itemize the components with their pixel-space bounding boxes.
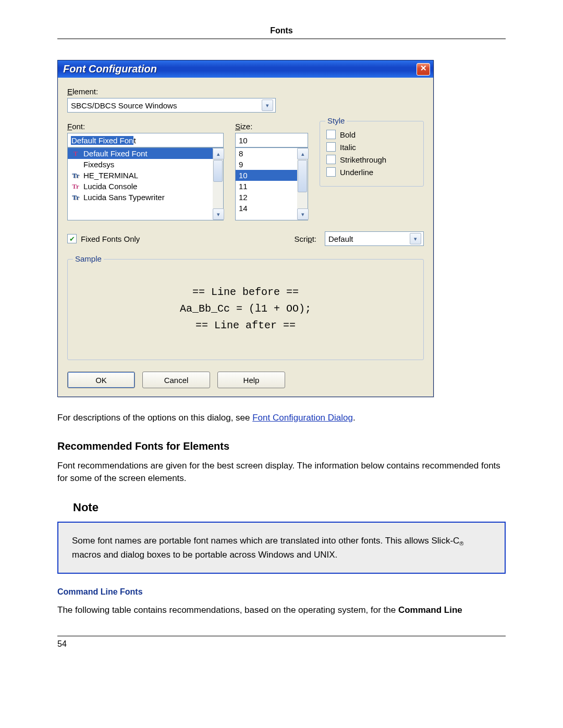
size-item-label: 9 — [239, 160, 243, 169]
style-legend: Style — [325, 116, 347, 125]
checkbox-icon — [326, 130, 336, 139]
chevron-down-icon: ▾ — [414, 236, 417, 242]
titlebar[interactable]: Font Configuration ✕ — [58, 60, 433, 78]
strikethrough-checkbox[interactable]: Strikethrough — [326, 155, 417, 164]
body-paragraph: The following table contains recommendat… — [57, 604, 506, 617]
recommended-fonts-heading: Recommended Fonts for Elements — [57, 440, 506, 452]
size-item[interactable]: 14 — [236, 203, 297, 214]
scroll-up-button[interactable]: ▴ — [213, 148, 224, 159]
chevron-down-icon: ▾ — [266, 103, 269, 108]
font-item-lucida-console[interactable]: TrLucida Console — [68, 181, 213, 192]
checkbox-label: Underline — [340, 168, 373, 177]
checkbox-label: Italic — [340, 143, 356, 152]
button-label: OK — [95, 376, 107, 385]
truetype-icon: Tr — [71, 182, 80, 191]
chevron-down-icon: ▾ — [301, 212, 304, 217]
page-footer: 54 — [57, 636, 506, 649]
checkbox-label: Bold — [340, 130, 356, 139]
size-item-label: 11 — [239, 182, 248, 191]
truetype-icon: Tr — [71, 171, 80, 180]
font-item-label: Lucida Console — [83, 182, 137, 191]
page-header: Fonts — [57, 26, 506, 39]
size-scrollbar[interactable]: ▴ ▾ — [297, 148, 308, 220]
scroll-down-button[interactable]: ▾ — [213, 208, 224, 220]
bold-checkbox[interactable]: Bold — [326, 130, 417, 139]
font-item-label: Default Fixed Font — [83, 149, 148, 158]
checkbox-icon — [326, 167, 336, 177]
sample-preview: == Line before == Aa_Bb_Cc = (l1 + OO); … — [74, 265, 417, 353]
font-item-fixedsys[interactable]: Fixedsys — [68, 159, 213, 170]
checkbox-icon: ✔ — [67, 234, 77, 243]
size-item[interactable]: 8 — [236, 148, 297, 159]
sample-legend: Sample — [73, 254, 104, 263]
close-button[interactable]: ✕ — [417, 63, 430, 76]
font-input[interactable]: Default Fixed Font — [67, 133, 224, 147]
script-label: Script: — [294, 235, 316, 243]
font-item-default-fixed-font[interactable]: TDefault Fixed Font — [68, 148, 213, 159]
font-item-label: Fixedsys — [83, 160, 114, 169]
note-box: Some font names are portable font names … — [57, 522, 506, 574]
help-button[interactable]: Help — [217, 372, 285, 388]
font-item-lucida-sans-typewriter[interactable]: TrLucida Sans Typewriter — [68, 192, 213, 203]
chevron-down-icon: ▾ — [217, 212, 220, 217]
script-combo[interactable]: Default ▾ — [325, 231, 424, 246]
size-item[interactable]: 11 — [236, 181, 297, 192]
fixed-fonts-only-checkbox[interactable]: ✔ Fixed Fonts Only — [67, 234, 224, 243]
titlebar-text: Font Configuration — [63, 63, 417, 75]
font-config-dialog-link[interactable]: Font Configuration Dialog — [252, 413, 353, 423]
cancel-button[interactable]: Cancel — [142, 372, 210, 388]
chevron-up-icon: ▴ — [301, 151, 304, 157]
font-listbox[interactable]: TDefault Fixed Font Fixedsys TrHE_TERMIN… — [67, 147, 224, 220]
size-item[interactable]: 9 — [236, 159, 297, 170]
scroll-thumb[interactable] — [298, 160, 307, 192]
command-line-fonts-heading: Command Line Fonts — [57, 587, 506, 597]
size-item[interactable]: 12 — [236, 192, 297, 203]
body-paragraph: For descriptions of the options on this … — [57, 412, 506, 425]
checkbox-icon — [326, 142, 336, 152]
checkbox-icon — [326, 155, 336, 164]
checkbox-label: Fixed Fonts Only — [81, 235, 140, 243]
size-input[interactable]: 10 — [235, 133, 308, 147]
ok-button[interactable]: OK — [67, 372, 135, 388]
note-heading: Note — [73, 501, 506, 514]
truetype-icon: Tr — [71, 193, 80, 202]
size-item[interactable]: 10 — [236, 170, 297, 181]
font-configuration-dialog: Font Configuration ✕ Element: SBCS/DBCS … — [57, 60, 434, 397]
sample-group: Sample == Line before == Aa_Bb_Cc = (l1 … — [67, 259, 424, 360]
italic-checkbox[interactable]: Italic — [326, 142, 417, 152]
scroll-up-button[interactable]: ▴ — [297, 148, 309, 159]
page-number: 54 — [57, 639, 67, 648]
element-dropdown-button[interactable]: ▾ — [262, 100, 273, 111]
element-label: Element: — [67, 87, 424, 96]
truetype-icon: T — [71, 150, 80, 158]
size-item-label: 14 — [239, 204, 248, 213]
font-input-value: Default Fixed Font — [71, 136, 136, 145]
script-value: Default — [328, 235, 410, 243]
script-dropdown-button[interactable]: ▾ — [410, 233, 421, 244]
size-item-label: 8 — [239, 149, 243, 158]
button-label: Cancel — [164, 376, 189, 385]
size-item-label: 12 — [239, 193, 248, 202]
font-item-label: HE_TERMINAL — [83, 171, 138, 180]
element-value: SBCS/DBCS Source Windows — [71, 101, 262, 110]
underline-checkbox[interactable]: Underline — [326, 167, 417, 177]
size-input-value: 10 — [239, 136, 248, 145]
font-scrollbar[interactable]: ▴ ▾ — [213, 148, 223, 220]
scroll-thumb[interactable] — [213, 160, 223, 182]
button-label: Help — [243, 376, 260, 385]
size-listbox[interactable]: 8 9 10 11 12 14 ▴ ▾ — [235, 147, 308, 220]
font-item-he-terminal[interactable]: TrHE_TERMINAL — [68, 170, 213, 181]
chevron-up-icon: ▴ — [217, 151, 220, 157]
close-icon: ✕ — [420, 64, 427, 72]
checkbox-label: Strikethrough — [340, 155, 386, 164]
size-item-label: 10 — [239, 171, 248, 180]
scroll-down-button[interactable]: ▾ — [297, 208, 309, 220]
body-paragraph: Font recommendations are given for the b… — [57, 460, 506, 485]
element-combo[interactable]: SBCS/DBCS Source Windows ▾ — [67, 98, 276, 113]
size-label: Size: — [235, 122, 308, 131]
font-item-label: Lucida Sans Typewriter — [83, 193, 165, 202]
font-label: Font: — [67, 122, 224, 131]
